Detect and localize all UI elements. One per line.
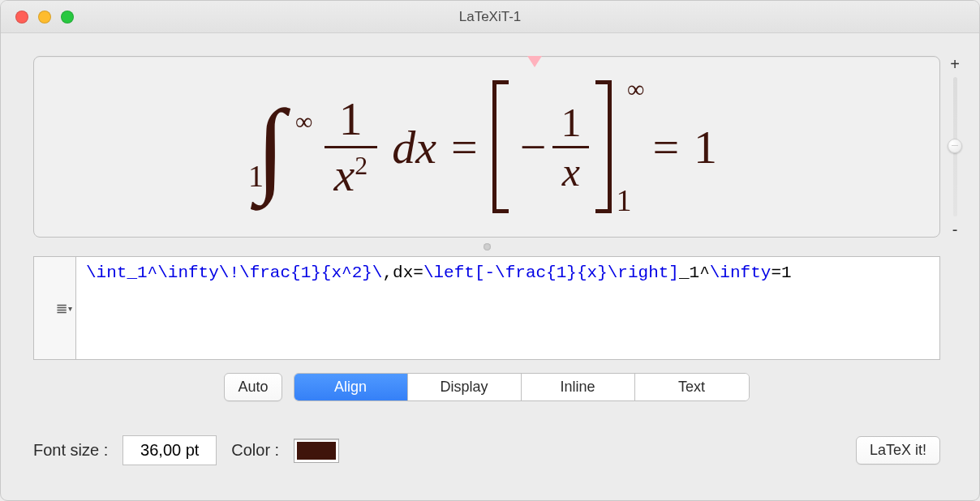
traffic-lights	[15, 11, 74, 24]
int-upper: ∞	[295, 108, 312, 135]
titlebar: LaTeXiT-1	[1, 1, 979, 33]
color-swatch	[297, 442, 336, 460]
color-label: Color :	[231, 441, 279, 460]
editor-row: ≣ ▾ \int_1^\infty\!\frac{1}{x^2}\,dx=\le…	[33, 256, 940, 360]
left-bracket-icon	[492, 80, 509, 213]
equals-2: =	[652, 120, 679, 174]
right-bracket-icon	[595, 80, 612, 213]
mode-segmented: Align Display Inline Text	[294, 373, 750, 401]
bracket-lower: 1	[616, 182, 631, 218]
mode-row: Auto Align Display Inline Text	[33, 373, 940, 401]
latex-it-button[interactable]: LaTeX it!	[856, 436, 940, 465]
bottom-row: Font size : Color : LaTeX it!	[33, 435, 940, 465]
latex-source-editor[interactable]: \int_1^\infty\!\frac{1}{x^2}\,dx=\left[-…	[75, 256, 940, 360]
close-icon[interactable]	[15, 11, 28, 24]
dx: dx	[392, 120, 436, 174]
src-seg-6: =1	[771, 263, 791, 282]
mode-inline[interactable]: Inline	[522, 374, 635, 400]
src-seg-5: \infty	[710, 263, 772, 282]
minimize-icon[interactable]	[38, 11, 51, 24]
frac2-den: x	[554, 148, 588, 195]
content: ∫ ∞ 1 1 x2 dx = −	[1, 33, 979, 500]
bracket-upper: ∞	[627, 75, 644, 103]
mode-display[interactable]: Display	[408, 374, 522, 400]
bracket-term: − 1 x ∞ 1	[492, 80, 612, 213]
src-seg-3: \left[-\frac{1}{x}\right]	[423, 263, 679, 282]
menu-bars-icon: ≣	[56, 300, 67, 317]
mode-align[interactable]: Align	[294, 374, 408, 400]
src-seg-4: _1^	[679, 263, 710, 282]
fraction-2: 1 x	[552, 99, 589, 195]
frac1-den: x2	[325, 148, 378, 202]
int-lower: 1	[248, 158, 264, 194]
fontsize-label: Font size :	[33, 441, 108, 460]
zoom-thumb[interactable]	[948, 139, 962, 153]
chevron-down-icon: ▾	[68, 304, 72, 313]
zoom-slider: + -	[945, 56, 965, 238]
color-well[interactable]	[294, 439, 339, 463]
result-value: 1	[694, 120, 717, 174]
preview-row: ∫ ∞ 1 1 x2 dx = −	[33, 56, 965, 238]
zoom-in-icon[interactable]: +	[950, 56, 960, 72]
frac1-num: 1	[329, 92, 372, 146]
minus-sign: −	[520, 120, 547, 174]
zoom-icon[interactable]	[61, 11, 74, 24]
mode-text[interactable]: Text	[635, 374, 749, 400]
window-title: LaTeXiT-1	[1, 9, 979, 25]
equals-1: =	[451, 120, 478, 174]
zoom-out-icon[interactable]: -	[952, 221, 958, 238]
zoom-track[interactable]	[953, 77, 957, 216]
frac2-num: 1	[552, 99, 589, 146]
editor-gutter: ≣ ▾	[33, 256, 75, 360]
integral-sign: ∫ ∞ 1	[256, 105, 286, 189]
fraction-1: 1 x2	[325, 92, 378, 202]
splitter-grip-icon[interactable]	[484, 243, 491, 250]
src-seg-1: \int_1^\infty\!\frac{1}{x^2}\	[86, 263, 382, 282]
preview-pane[interactable]: ∫ ∞ 1 1 x2 dx = −	[33, 56, 940, 238]
app-window: LaTeXiT-1 ∫ ∞ 1 1 x2	[0, 0, 980, 501]
rendered-equation: ∫ ∞ 1 1 x2 dx = −	[256, 80, 717, 213]
editor-menu-button[interactable]: ≣ ▾	[56, 262, 72, 354]
src-seg-2: ,dx=	[382, 263, 423, 282]
fontsize-input[interactable]	[122, 435, 217, 465]
auto-button[interactable]: Auto	[224, 373, 282, 401]
